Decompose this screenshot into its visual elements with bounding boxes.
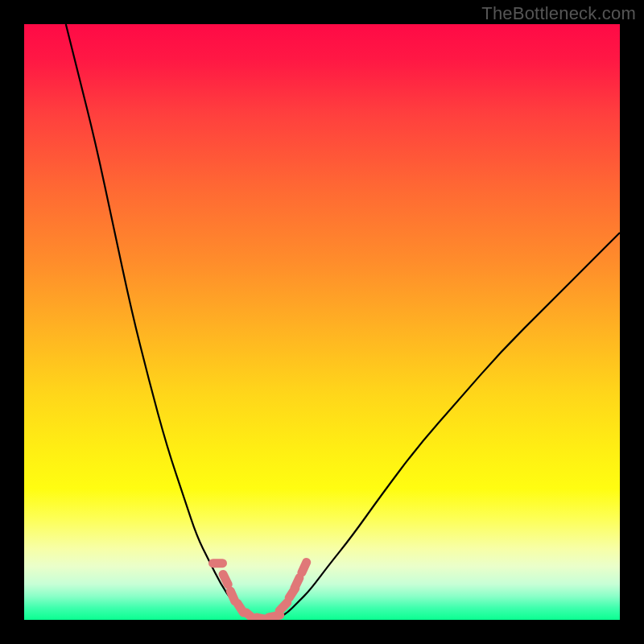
plot-area: [24, 24, 620, 620]
left-curve: [66, 24, 275, 620]
notch-markers: [213, 563, 307, 621]
chart-frame: TheBottleneck.com: [0, 0, 644, 644]
watermark-label: TheBottleneck.com: [481, 3, 636, 24]
curve-layer: [24, 24, 620, 620]
right-curve: [275, 233, 620, 620]
